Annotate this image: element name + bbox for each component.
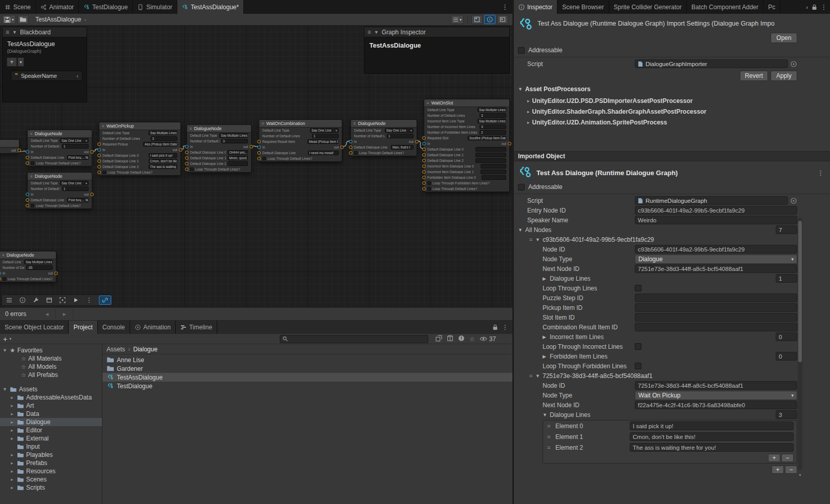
data-port-icon[interactable] bbox=[185, 151, 189, 154]
node-dropdown[interactable]: Say Multiple Lines▾ bbox=[24, 260, 53, 264]
node-number-field[interactable]: 2 bbox=[480, 130, 506, 135]
tree-folder-addressableassetsdata[interactable]: ▸AddressableAssetsData bbox=[0, 393, 102, 402]
tab-scene[interactable]: Scene bbox=[0, 0, 36, 14]
tree-folder-editor[interactable]: ▸Editor bbox=[0, 426, 102, 434]
foldout-arrow-icon[interactable]: ▸ bbox=[9, 419, 15, 425]
node-dropdown[interactable]: Say Multiple Lines▾ bbox=[478, 108, 506, 112]
text-field[interactable]: c93b5606-401f-49a2-99b5-9ecbf1fa9c29 bbox=[635, 206, 797, 215]
node-text-field[interactable]: I need my mead! bbox=[308, 151, 339, 155]
node-checkbox[interactable] bbox=[190, 167, 194, 171]
project-item-testdialogue[interactable]: TestDialogue bbox=[102, 382, 512, 390]
node-dropdown[interactable]: Say One Line▾ bbox=[60, 181, 89, 185]
graph-node-rtnode[interactable]: ≡rtNodeout bbox=[0, 139, 19, 154]
graph-node-dialoguenode[interactable]: ≡DialogueNodeDefault Line TypeSay One Li… bbox=[27, 130, 92, 166]
node-checkbox[interactable] bbox=[102, 171, 106, 174]
graph-breadcrumb[interactable]: TestAssDialogue› bbox=[35, 16, 86, 23]
foldout-arrow-icon[interactable]: ▼ bbox=[374, 30, 379, 35]
node-dropdown[interactable]: Say One Line▾ bbox=[310, 128, 339, 133]
output-port-icon[interactable] bbox=[250, 145, 253, 149]
node-checkbox[interactable] bbox=[31, 161, 34, 165]
tab-pc[interactable]: Pc bbox=[763, 0, 780, 14]
project-search-box[interactable] bbox=[280, 335, 428, 343]
graph-node-dialoguenode[interactable]: ≡DialogueNodeDefault Line TypeSay One Li… bbox=[350, 119, 417, 156]
tree-folder-input[interactable]: Input bbox=[0, 443, 102, 451]
output-port-icon[interactable] bbox=[90, 193, 94, 196]
tab-simulator[interactable]: Simulator bbox=[133, 0, 177, 14]
node-checkbox[interactable] bbox=[3, 277, 6, 281]
tree-folder-playables[interactable]: ▸Playables bbox=[0, 451, 102, 459]
wrench-button[interactable] bbox=[30, 296, 42, 305]
foldout-arrow-icon[interactable]: ▶ bbox=[543, 276, 550, 281]
text-field[interactable]: 7251e73e-38d3-44ff-a8c5-bcf54088aaf1 bbox=[635, 264, 797, 273]
add-property-button[interactable]: + bbox=[7, 57, 17, 67]
next-error-button[interactable]: ▸ bbox=[56, 309, 73, 319]
node-text-field[interactable]: The ass is waiting ther bbox=[149, 164, 177, 169]
element-value-field[interactable]: The ass is waiting there for you! bbox=[630, 443, 794, 452]
input-port-icon[interactable] bbox=[185, 145, 189, 149]
data-port-icon[interactable] bbox=[97, 142, 101, 146]
tree-folder-scenes[interactable]: ▸Scenes bbox=[0, 475, 102, 484]
foldout-arrow-icon[interactable]: ▸ bbox=[9, 477, 15, 482]
blackboard-panel[interactable]: ≡ ▼ Blackboard TestAssDialogue (Dialogue… bbox=[2, 27, 87, 102]
array-size-field[interactable]: 1 bbox=[776, 274, 797, 283]
data-port-icon[interactable] bbox=[422, 187, 426, 191]
foldout-arrow-icon[interactable]: ▼ bbox=[543, 412, 550, 417]
kebab-icon[interactable]: ⋮ bbox=[821, 4, 827, 11]
foldout-arrow-icon[interactable]: ▼ bbox=[12, 30, 17, 35]
chevron-down-icon[interactable]: ▾ bbox=[9, 337, 11, 341]
blackboard-field-speakername[interactable]: " SpeakerName ‹ bbox=[11, 71, 82, 81]
input-port-icon[interactable] bbox=[26, 150, 29, 154]
tab-testdialogue[interactable]: TestDialogue bbox=[79, 0, 133, 14]
node-text-field[interactable]: OHHH yes,... bbox=[227, 150, 248, 155]
graph-node-waitonslot[interactable]: ≡WaitOnSlotDefault Line TypeSay Multiple… bbox=[424, 99, 510, 192]
node-number-field[interactable]: 1 bbox=[62, 144, 89, 149]
graph-view-options-button[interactable]: ▾ bbox=[451, 15, 464, 24]
node-text-field[interactable] bbox=[227, 161, 248, 166]
revert-button[interactable]: Revert bbox=[740, 71, 768, 81]
input-port-icon[interactable] bbox=[26, 193, 29, 196]
data-port-icon[interactable] bbox=[349, 151, 352, 155]
save-button[interactable]: ▾ bbox=[2, 15, 16, 24]
text-field[interactable] bbox=[635, 323, 797, 331]
node-number-field[interactable]: 3 bbox=[221, 139, 248, 143]
open-folder-button[interactable] bbox=[17, 15, 29, 24]
kebab-button[interactable]: ⋮ bbox=[83, 296, 95, 305]
data-port-icon[interactable] bbox=[257, 151, 261, 155]
tab-animator[interactable]: Animator bbox=[36, 0, 79, 14]
node-dropdown[interactable]: Say Multiple Lines▾ bbox=[149, 131, 177, 135]
project-item-testassdialogue[interactable]: TestAssDialogue bbox=[102, 373, 512, 382]
tab-testassdialogue[interactable]: TestAssDialogue* bbox=[177, 0, 244, 14]
tree-folder-dialogue[interactable]: ▸Dialogue bbox=[0, 418, 102, 426]
drag-handle-icon[interactable]: = bbox=[547, 445, 553, 451]
object-picker-icon[interactable] bbox=[790, 197, 797, 204]
foldout-arrow-icon[interactable]: ▸ bbox=[527, 109, 530, 114]
foldout-arrow-icon[interactable]: ▸ bbox=[9, 460, 15, 466]
addressable-checkbox[interactable] bbox=[518, 184, 525, 191]
drag-handle-icon[interactable]: = bbox=[547, 423, 553, 429]
favorite-all-prefabs[interactable]: ☆All Prefabs bbox=[0, 371, 102, 379]
scroll-down-arrow-icon[interactable]: ▾ bbox=[798, 473, 802, 477]
data-port-icon[interactable] bbox=[185, 167, 189, 171]
data-port-icon[interactable] bbox=[422, 148, 426, 151]
data-port-icon[interactable] bbox=[26, 161, 29, 165]
node-text-field[interactable]: Mmm, good... bbox=[227, 156, 248, 160]
package-button[interactable] bbox=[447, 335, 453, 343]
previous-error-button[interactable]: ◂ bbox=[38, 309, 56, 319]
data-port-icon[interactable] bbox=[422, 170, 426, 174]
tree-folder-external[interactable]: ▸External bbox=[0, 434, 102, 443]
node-checkbox[interactable] bbox=[427, 187, 431, 191]
graph-node-waitonpickup[interactable]: ≡WaitOnPickupDefault Line TypeSay Multip… bbox=[99, 122, 181, 176]
tree-folder-data[interactable]: ▸Data bbox=[0, 410, 102, 418]
array-size-field[interactable]: 3 bbox=[776, 410, 797, 419]
output-port-icon[interactable] bbox=[54, 271, 58, 275]
output-port-icon[interactable] bbox=[415, 140, 419, 143]
data-port-icon[interactable] bbox=[26, 198, 29, 202]
checkbox[interactable] bbox=[635, 343, 641, 350]
data-port-icon[interactable] bbox=[185, 162, 189, 165]
node-text-field[interactable]: Mead (Pickup Item Data) (Ite bbox=[307, 139, 339, 144]
graph-inspector-header[interactable]: ≡ ▼ Graph Inspector bbox=[364, 27, 509, 37]
node-text-field[interactable] bbox=[481, 164, 506, 169]
favorite-star-icon[interactable]: ☆ bbox=[469, 335, 475, 343]
node-text-field[interactable]: Man, that's t bbox=[391, 145, 413, 150]
favorite-all-models[interactable]: ☆All Models bbox=[0, 363, 102, 371]
